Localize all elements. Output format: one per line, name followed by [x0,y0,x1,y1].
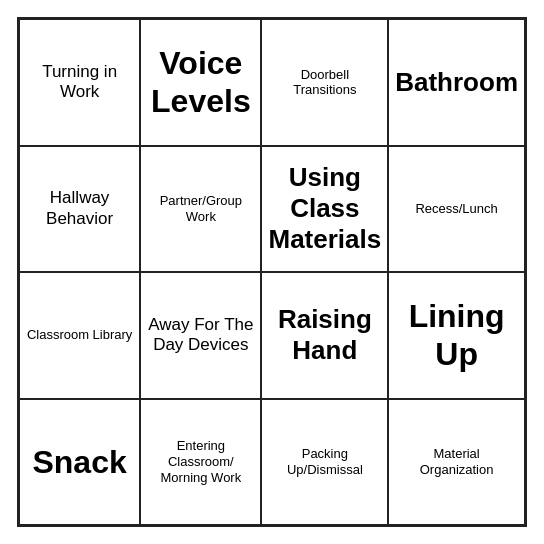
cell-r0c2: Doorbell Transitions [261,19,388,146]
cell-r3c3: Material Organization [388,399,525,526]
cell-r2c1: Away For The Day Devices [140,272,261,399]
cell-r3c1: Entering Classroom/ Morning Work [140,399,261,526]
cell-r1c0: Hallway Behavior [19,146,140,273]
cell-r3c0: Snack [19,399,140,526]
cell-r2c3: Lining Up [388,272,525,399]
cell-r0c0: Turning in Work [19,19,140,146]
cell-r2c2: Raising Hand [261,272,388,399]
cell-r3c2: Packing Up/Dismissal [261,399,388,526]
bingo-card: Turning in WorkVoice LevelsDoorbell Tran… [17,17,527,527]
cell-r1c1: Partner/Group Work [140,146,261,273]
cell-r2c0: Classroom Library [19,272,140,399]
cell-r0c1: Voice Levels [140,19,261,146]
cell-r1c3: Recess/Lunch [388,146,525,273]
cell-r0c3: Bathroom [388,19,525,146]
cell-r1c2: Using Class Materials [261,146,388,273]
